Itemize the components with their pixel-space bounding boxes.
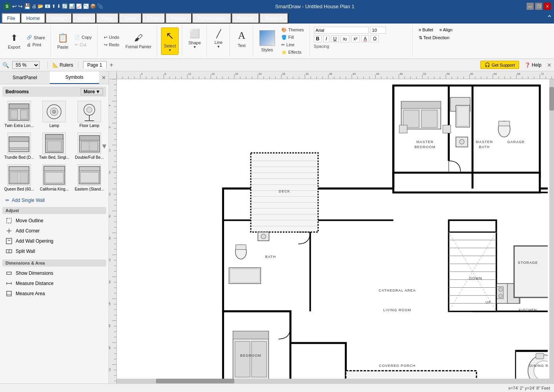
- symbol-twin-bed[interactable]: Twin Bed, Singl...: [38, 131, 71, 161]
- svg-rect-32: [7, 218, 11, 223]
- move-outline-item[interactable]: Move Outline: [2, 216, 106, 226]
- effects-button[interactable]: ⭐ Effects: [279, 49, 306, 56]
- canvas-area[interactable]: 48121620242832364044485256606468727680 4…: [109, 71, 554, 383]
- chart1-quick-btn[interactable]: 📊: [69, 4, 75, 9]
- print-button[interactable]: 🖨 Print: [24, 42, 47, 48]
- tab-smartpanel[interactable]: SmartPanel: [0, 71, 50, 84]
- toolbar-close-button[interactable]: ✕: [547, 62, 552, 68]
- styles-button[interactable]: Styles: [257, 27, 277, 55]
- export-button[interactable]: ⬆ Export: [5, 27, 23, 55]
- add-corner-item[interactable]: Add Corner: [2, 226, 106, 236]
- select-button[interactable]: ↖ Select ▼: [161, 27, 179, 55]
- menu-design[interactable]: Design: [45, 13, 72, 24]
- ribbon-collapse-btn[interactable]: ⌃: [547, 14, 552, 22]
- panel-close-button[interactable]: ✕: [99, 71, 109, 84]
- align-button[interactable]: ≡ Align: [437, 27, 455, 33]
- more-button[interactable]: More ▼: [81, 88, 103, 95]
- box-quick-btn[interactable]: 📦: [90, 4, 96, 9]
- minimize-button[interactable]: —: [527, 3, 534, 10]
- get-support-button[interactable]: 🎧 Get Support: [480, 61, 519, 69]
- text-direction-button[interactable]: ⇅ Text Direction: [416, 34, 452, 41]
- menu-insert[interactable]: Insert: [72, 13, 96, 24]
- page-tab[interactable]: Page 1: [83, 61, 107, 69]
- split-wall-item[interactable]: Split Wall: [2, 246, 106, 256]
- special-chars-button[interactable]: Ω: [371, 35, 379, 42]
- symbol-floor-lamp[interactable]: Floor Lamp: [72, 99, 106, 129]
- symbol-trundle-bed[interactable]: Trundle Bed (D...: [2, 131, 36, 161]
- symbol-twin-xl[interactable]: Twin Extra Lon...: [2, 99, 36, 129]
- symbol-california-king[interactable]: California King...: [38, 163, 71, 193]
- shape-button[interactable]: ⬜ Shape ▼: [186, 25, 203, 53]
- themes-button[interactable]: 🎨 Themes: [279, 27, 306, 33]
- horizontal-scrollbar[interactable]: [117, 379, 549, 383]
- menu-picture[interactable]: Picture: [165, 13, 192, 24]
- chart2-quick-btn[interactable]: 📈: [76, 4, 82, 9]
- measure-area-item[interactable]: Measure Area: [2, 289, 106, 299]
- email-quick-btn[interactable]: 📧: [45, 4, 51, 9]
- menu-support[interactable]: Support: [259, 13, 288, 24]
- copy-button[interactable]: 📄 Copy: [72, 34, 94, 41]
- subscript-button[interactable]: x₂: [340, 35, 349, 42]
- underline-button[interactable]: U: [331, 35, 339, 42]
- save-quick-btn[interactable]: 💾: [24, 3, 31, 9]
- symbol-img-twin-xl: [7, 101, 31, 122]
- format-painter-button[interactable]: 🖌 Format Painter: [123, 27, 154, 55]
- svg-text:48: 48: [109, 346, 111, 349]
- show-dimensions-item[interactable]: Show Dimensions: [2, 268, 106, 278]
- help-button[interactable]: ❓ Help: [522, 62, 544, 68]
- share-quick-btn[interactable]: ⬆: [52, 4, 56, 9]
- undo-group-btns: ↩ Undo ↪ Redo 🖌 Format Painter: [101, 25, 154, 57]
- vertical-scrollbar[interactable]: [549, 79, 554, 379]
- close-button[interactable]: ✕: [544, 3, 551, 10]
- line-button[interactable]: ╱ Line ▼: [211, 25, 226, 53]
- menu-chart[interactable]: Chart: [142, 13, 165, 24]
- restore-button[interactable]: ❐: [535, 3, 542, 10]
- add-page-button[interactable]: +: [110, 62, 113, 69]
- menu-file[interactable]: File: [2, 13, 21, 24]
- text-button[interactable]: A Text: [234, 25, 250, 53]
- symbol-lamp[interactable]: Lamp: [38, 99, 71, 129]
- share-button[interactable]: 🔗 Share: [24, 34, 47, 41]
- menu-presentation[interactable]: Presentation: [192, 13, 232, 24]
- undo-button[interactable]: ↩ Undo: [101, 34, 121, 41]
- bold-button[interactable]: B: [314, 35, 322, 42]
- up-quick-btn[interactable]: ⬇: [57, 4, 61, 9]
- font-size-input[interactable]: [370, 27, 386, 34]
- zoom-select[interactable]: 25 % 50 % 55 % 75 % 100 % 150 % 200 %: [12, 61, 40, 69]
- italic-button[interactable]: I: [323, 35, 329, 42]
- symbol-queen-bed[interactable]: Queen Bed (60...: [2, 163, 36, 193]
- measure-distance-item[interactable]: Measure Distance: [2, 278, 106, 289]
- cut-button[interactable]: ✂ Cut: [72, 42, 94, 48]
- superscript-button[interactable]: x²: [351, 35, 360, 42]
- menu-home[interactable]: Home: [21, 13, 45, 24]
- add-wall-opening-item[interactable]: Add Wall Opening: [2, 236, 106, 246]
- font-family-input[interactable]: [314, 27, 369, 34]
- svg-rect-237: [403, 110, 419, 127]
- tab-symbols[interactable]: Symbols: [50, 71, 100, 84]
- svg-rect-15: [45, 134, 63, 139]
- drawing-canvas[interactable]: MASTER BEDROOM MASTER BATH GARAGE BATH S…: [117, 79, 549, 379]
- horizontal-scroll-thumb[interactable]: [156, 379, 234, 383]
- print-quick-btn[interactable]: 🖨: [32, 4, 36, 9]
- scroll-down-arrow[interactable]: ▼: [101, 142, 108, 150]
- redo-quick-btn[interactable]: ↪: [18, 3, 23, 9]
- fill-button[interactable]: 🪣 Fill: [279, 34, 306, 41]
- undo-quick-btn[interactable]: ↩: [12, 3, 17, 9]
- add-single-wall-btn[interactable]: ✏ Add Single Wall: [2, 196, 106, 205]
- menu-table[interactable]: Table: [119, 13, 142, 24]
- svg-rect-25: [20, 172, 28, 183]
- bullet-button[interactable]: ≡ Bullet: [416, 27, 436, 33]
- rulers-button[interactable]: 📐 Rulers: [53, 62, 73, 68]
- redo-button[interactable]: ↪ Redo: [101, 42, 121, 48]
- clip-quick-btn[interactable]: 📎: [97, 4, 103, 9]
- font-color-button[interactable]: A: [361, 35, 369, 42]
- paste-button[interactable]: 📋 Paste: [55, 27, 71, 55]
- symbol-eastern-king[interactable]: Eastern (Stand...: [72, 163, 106, 193]
- vertical-scroll-thumb[interactable]: [549, 87, 554, 111]
- menu-page[interactable]: Page: [96, 13, 119, 24]
- chart3-quick-btn[interactable]: 📉: [83, 4, 89, 9]
- line-style-button[interactable]: ✏ Line: [279, 42, 306, 48]
- menu-review[interactable]: Review: [232, 13, 259, 24]
- refresh-quick-btn[interactable]: 🔄: [62, 4, 68, 9]
- open-quick-btn[interactable]: 📂: [38, 4, 43, 9]
